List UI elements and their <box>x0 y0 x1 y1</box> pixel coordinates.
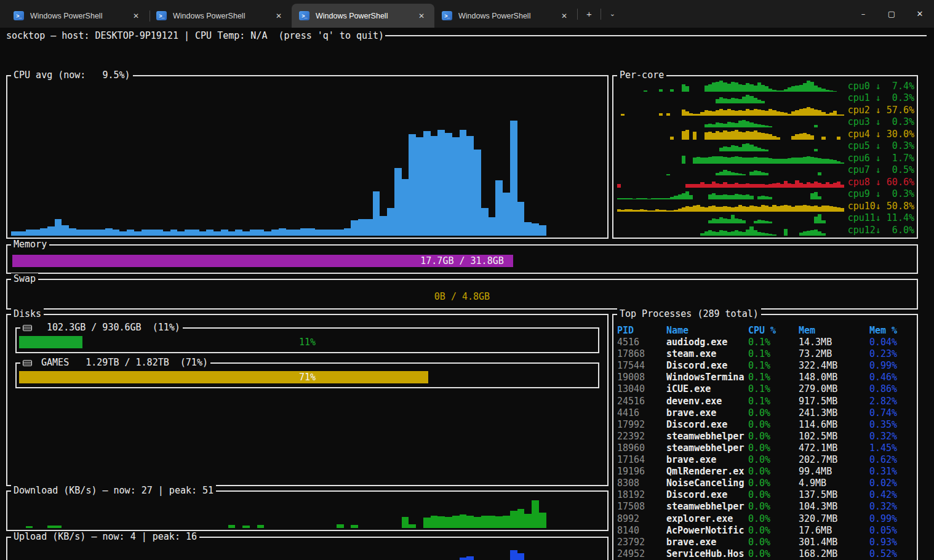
process-cell-mem: 14.3MB <box>799 337 869 348</box>
memory-gauge: 17.7GB / 31.8GB <box>12 255 912 267</box>
disk-title-text: GAMES 1.29TB / 1.82TB (71%) <box>36 357 208 369</box>
titlebar[interactable]: >_Windows PowerShell✕>_Windows PowerShel… <box>0 0 934 28</box>
process-row: 17868steam.exe0.1%73.2MB0.23% <box>617 348 916 360</box>
core-label: cpu10↓ 50.8% <box>844 201 914 212</box>
process-row: 8140AcPowerNotific0.0%17.6MB0.05% <box>617 525 916 537</box>
disk-gauge-0: 102.3GB / 930.6GB (11%)11% <box>15 327 599 353</box>
core-sparkline <box>617 188 844 200</box>
process-cell-pid: 17508 <box>617 501 666 513</box>
disk-title-text: 102.3GB / 930.6GB (11%) <box>36 322 180 334</box>
core-sparkline <box>617 127 844 140</box>
close-button[interactable]: ✕ <box>906 0 934 28</box>
tab-strip: >_Windows PowerShell✕>_Windows PowerShel… <box>0 0 577 28</box>
powershell-icon: >_ <box>442 11 452 20</box>
process-cell-pid: 17868 <box>617 348 666 360</box>
process-cell-name: steam.exe <box>666 348 748 360</box>
tab-close-icon[interactable]: ✕ <box>557 10 571 22</box>
cpu-avg-chart <box>11 82 604 236</box>
core-label: cpu12↓ 6.0% <box>844 225 914 236</box>
process-cell-pid: 17544 <box>617 360 666 372</box>
disks-title: Disks <box>11 308 44 320</box>
process-cell-cpu: 0.0% <box>748 442 799 454</box>
process-cell-name: steamwebhelper <box>666 501 748 513</box>
header-rule <box>385 35 927 36</box>
upload-panel: Upload (KB/s) — now: 4 | peak: 16 <box>6 537 609 560</box>
tab-close-icon[interactable]: ✕ <box>272 10 285 22</box>
process-cell-memp: 0.04% <box>869 337 916 348</box>
tab-label: Windows PowerShell <box>458 12 551 20</box>
new-tab-button[interactable]: + <box>578 9 601 19</box>
core-sparkline <box>617 223 844 236</box>
tab-close-icon[interactable]: ✕ <box>415 10 428 22</box>
core-label: cpu7 ↓ 0.5% <box>844 164 914 175</box>
process-cell-pid: 19008 <box>617 372 666 383</box>
cpu-avg-panel: CPU avg (now: 9.5%) <box>6 75 609 239</box>
upload-chart <box>11 544 604 560</box>
process-cell-name: WindowsTermina <box>666 372 748 383</box>
core-label: cpu6 ↓ 1.7% <box>844 153 914 164</box>
cpu-avg-title: CPU avg (now: 9.5%) <box>11 70 133 81</box>
tab-dropdown-button[interactable]: ⌄ <box>601 10 624 18</box>
process-cell-cpu: 0.1% <box>748 396 799 407</box>
process-cell-pid: 8308 <box>617 478 666 489</box>
process-cell-name: Discord.exe <box>666 419 748 431</box>
process-row: 23792brave.exe0.0%301.4MB0.93% <box>617 537 916 548</box>
process-cell-mem: 320.7MB <box>799 513 869 525</box>
process-row: 18192Discord.exe0.0%137.5MB0.42% <box>617 489 916 501</box>
processes-title: Top Processes (289 total) <box>617 308 761 320</box>
swap-gauge-label: 0B / 4.8GB <box>12 290 912 303</box>
process-cell-pid: 18192 <box>617 489 666 501</box>
per-core-list: cpu0 ↓ 7.4%cpu1 ↓ 0.3%cpu2 ↓ 57.6%cpu3 ↓… <box>617 79 914 236</box>
process-cell-memp: 0.32% <box>869 431 916 442</box>
core-row-cpu8: cpu8 ↓ 60.6% <box>617 175 914 188</box>
process-rows: 4516audiodg.exe0.1%14.3MB0.04%17868steam… <box>617 337 916 560</box>
minimize-button[interactable]: – <box>849 0 877 28</box>
column-header-name: Name <box>666 325 748 337</box>
disk-usage-track: 71% <box>19 371 596 383</box>
process-row: 17992Discord.exe0.0%114.6MB0.35% <box>617 419 916 431</box>
tab-controls: + ⌄ <box>577 0 624 28</box>
column-header-mempct: Mem % <box>869 325 916 337</box>
process-cell-mem: 241.3MB <box>799 407 869 419</box>
core-row-cpu7: cpu7 ↓ 0.5% <box>617 164 914 176</box>
tab-3[interactable]: >_Windows PowerShell✕ <box>292 4 434 28</box>
column-header-pid: PID <box>617 325 666 337</box>
tab-close-icon[interactable]: ✕ <box>129 10 143 22</box>
process-cell-name: QmlRenderer.ex <box>666 466 748 478</box>
core-sparkline <box>617 92 844 104</box>
core-sparkline <box>617 175 844 188</box>
process-cell-memp: 1.45% <box>869 442 916 454</box>
core-label: cpu11↓ 11.4% <box>844 212 914 223</box>
download-title: Download (KB/s) — now: 27 | peak: 51 <box>11 485 216 497</box>
disks-panel: Disks 102.3GB / 930.6GB (11%)11% GAMES 1… <box>6 314 609 486</box>
core-label: cpu3 ↓ 0.3% <box>844 116 914 127</box>
tab-4[interactable]: >_Windows PowerShell✕ <box>434 4 577 28</box>
core-row-cpu0: cpu0 ↓ 7.4% <box>617 79 914 92</box>
core-sparkline <box>617 164 844 176</box>
process-row: 22392steamwebhelper0.0%102.5MB0.32% <box>617 431 916 442</box>
process-cell-cpu: 0.0% <box>748 407 799 419</box>
core-sparkline <box>617 116 844 128</box>
tab-2[interactable]: >_Windows PowerShell✕ <box>149 4 292 28</box>
process-cell-mem: 4.9MB <box>799 478 869 489</box>
process-cell-cpu: 0.1% <box>748 372 799 383</box>
process-cell-memp: 0.23% <box>869 348 916 360</box>
process-row: 17164brave.exe0.0%202.7MB0.62% <box>617 454 916 466</box>
memory-gauge-label: 17.7GB / 31.8GB <box>12 255 912 267</box>
process-cell-name: iCUE.exe <box>666 383 748 395</box>
process-cell-cpu: 0.0% <box>748 466 799 478</box>
terminal-screen[interactable]: socktop — host: DESKTOP-9P19121 | CPU Te… <box>0 28 934 560</box>
process-cell-cpu: 0.0% <box>748 537 799 548</box>
disk-usage-label: 11% <box>19 336 596 348</box>
maximize-button[interactable]: ▢ <box>877 0 906 28</box>
process-cell-pid: 17164 <box>617 454 666 466</box>
process-cell-name: brave.exe <box>666 537 748 548</box>
tab-1[interactable]: >_Windows PowerShell✕ <box>6 4 149 28</box>
process-cell-pid: 24516 <box>617 396 666 407</box>
column-header-mem: Mem <box>799 325 869 337</box>
core-sparkline <box>617 103 844 116</box>
process-cell-mem: 322.4MB <box>799 360 869 372</box>
process-cell-memp: 0.99% <box>869 360 916 372</box>
powershell-icon: >_ <box>14 11 24 20</box>
process-cell-memp: 0.05% <box>869 525 916 537</box>
